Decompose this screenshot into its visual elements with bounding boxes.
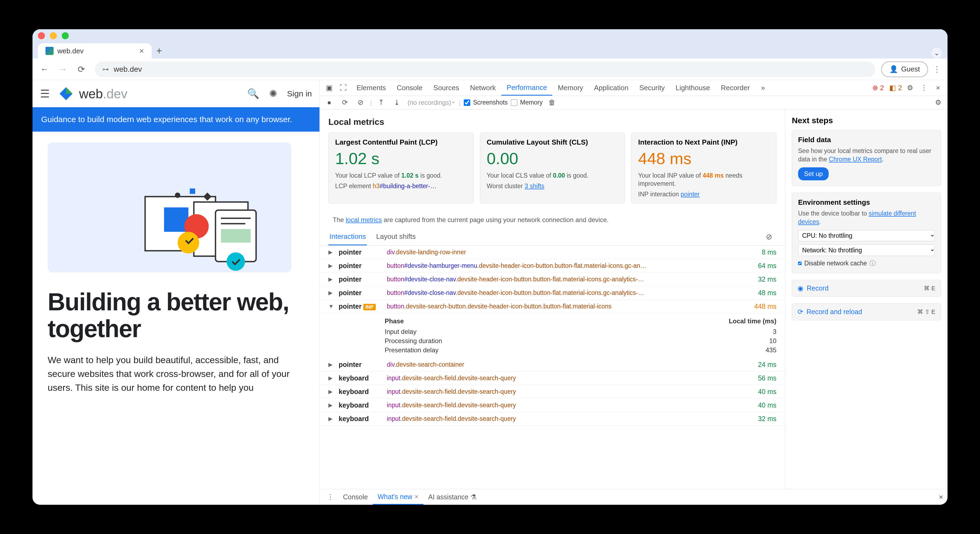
cpu-throttle-select[interactable]: CPU: No throttling xyxy=(798,230,935,241)
devtools-tab-recorder[interactable]: Recorder xyxy=(716,80,755,96)
memory-checkbox[interactable]: Memory xyxy=(511,99,542,106)
devtools-tab-application[interactable]: Application xyxy=(589,80,634,96)
close-drawer-icon[interactable]: × xyxy=(939,493,943,502)
device-toolbar-icon[interactable]: ⛶ xyxy=(337,82,350,94)
settings-icon[interactable]: ⚙ xyxy=(904,82,916,94)
devtools-tab-memory[interactable]: Memory xyxy=(552,80,589,96)
drawer-tab[interactable]: AI assistance⚗ xyxy=(423,489,482,505)
svg-point-9 xyxy=(227,252,245,271)
close-devtools-icon[interactable]: × xyxy=(932,82,944,94)
record-reload-button[interactable]: ⟳Record and reload ⌘ ⇧ E xyxy=(792,303,941,320)
back-button[interactable]: ← xyxy=(36,61,52,77)
new-tab-button[interactable]: + xyxy=(151,43,167,59)
svg-rect-8 xyxy=(221,229,251,242)
next-steps-sidebar: Next steps Field data See how your local… xyxy=(785,109,948,489)
devtools-tab-sources[interactable]: Sources xyxy=(428,80,465,96)
screenshots-checkbox[interactable]: Screenshots xyxy=(464,99,508,106)
search-icon[interactable]: 🔍 xyxy=(247,88,259,99)
drawer-menu-icon[interactable]: ⋮ xyxy=(324,491,337,504)
theme-icon[interactable]: ✺ xyxy=(269,88,277,99)
inp-interaction-link[interactable]: pointer xyxy=(681,191,700,198)
interaction-row[interactable]: ▶keyboardinput.devsite-search-field.devs… xyxy=(320,412,785,426)
reload-button[interactable]: ⟳ xyxy=(73,61,89,77)
perf-settings-icon[interactable]: ⚙ xyxy=(932,96,944,109)
interaction-row[interactable]: ▼pointerINPbutton.devsite-search-button.… xyxy=(320,300,785,313)
interaction-row[interactable]: ▶pointerdiv.devsite-search-container24 m… xyxy=(320,358,785,371)
error-badge[interactable]: ⊗ 2 xyxy=(872,84,884,92)
devtools-tab-elements[interactable]: Elements xyxy=(351,80,391,96)
clear-icon[interactable]: ⊘ xyxy=(354,96,367,109)
devtools-tab-network[interactable]: Network xyxy=(465,80,501,96)
cls-shifts-link[interactable]: 3 shifts xyxy=(525,183,544,190)
minimize-window-icon[interactable] xyxy=(50,32,57,39)
interaction-tab[interactable]: Interactions xyxy=(328,228,367,245)
interaction-tab[interactable]: Layout shifts xyxy=(375,228,417,245)
tab-title: web.dev xyxy=(57,47,84,55)
interactions-list: ▶pointerdiv.devsite-landing-row-inner8 m… xyxy=(320,245,785,489)
record-button[interactable]: ◉Record ⌘ E xyxy=(792,280,941,297)
site-settings-icon[interactable]: ⊶ xyxy=(102,65,109,73)
reload-record-icon[interactable]: ⟳ xyxy=(339,96,351,109)
inp-card: Interaction to Next Paint (INP) 448 ms Y… xyxy=(631,132,776,204)
browser-tab[interactable]: web.dev × xyxy=(38,43,151,59)
sign-in-button[interactable]: Sign in xyxy=(287,89,312,98)
field-data-box: Field data See how your local metrics co… xyxy=(792,130,941,186)
lcp-card: Largest Contentful Paint (LCP) 1.02 s Yo… xyxy=(328,132,474,204)
disable-cache-checkbox[interactable]: Disable network cache ⓘ xyxy=(798,259,935,268)
no-entry-icon[interactable]: ⊘ xyxy=(766,232,772,241)
download-icon[interactable]: ⤓ xyxy=(391,96,403,109)
crux-link[interactable]: Chrome UX Report xyxy=(829,156,882,163)
warning-badge[interactable]: ◧ 2 xyxy=(889,84,902,92)
devtools-drawer: ⋮ ConsoleWhat's new×AI assistance⚗ × xyxy=(320,489,948,505)
address-bar: ← → ⟳ ⊶ web.dev 👤 Guest ⋮ xyxy=(32,59,948,80)
record-dot-icon: ◉ xyxy=(797,284,803,292)
gc-icon[interactable]: 🗑 xyxy=(546,96,558,109)
interaction-row[interactable]: ▶pointerbutton#devsite-close-nav.devsite… xyxy=(320,273,785,286)
page-banner: Guidance to build modern web experiences… xyxy=(32,107,320,132)
drawer-tab[interactable]: What's new× xyxy=(373,489,423,505)
devtools-tabs: ▣ ⛶ ElementsConsoleSourcesNetworkPerform… xyxy=(320,80,948,96)
svg-rect-11 xyxy=(190,188,195,194)
interaction-tabs: InteractionsLayout shifts ⊘ xyxy=(320,228,785,245)
more-tabs-icon[interactable]: » xyxy=(757,82,769,94)
close-tab-icon[interactable]: × xyxy=(139,46,144,56)
next-steps-title: Next steps xyxy=(792,116,941,125)
drawer-tab[interactable]: Console xyxy=(338,489,373,505)
hamburger-icon[interactable]: ☰ xyxy=(40,88,50,100)
logo-icon xyxy=(57,85,75,102)
setup-button[interactable]: Set up xyxy=(798,167,829,180)
profile-button[interactable]: 👤 Guest xyxy=(881,62,928,77)
interaction-row[interactable]: ▶keyboardinput.devsite-search-field.devs… xyxy=(320,371,785,385)
devtools-tab-performance[interactable]: Performance xyxy=(501,80,552,96)
maximize-window-icon[interactable] xyxy=(62,32,69,39)
browser-menu-button[interactable]: ⋮ xyxy=(930,65,944,74)
tabs-dropdown-icon[interactable]: ⌄ xyxy=(931,48,942,59)
guest-label: Guest xyxy=(901,65,920,73)
network-throttle-select[interactable]: Network: No throttling xyxy=(798,244,935,256)
interaction-row[interactable]: ▶keyboardinput.devsite-search-field.devs… xyxy=(320,399,785,412)
page-header: ☰ web.dev 🔍 ✺ Sign in xyxy=(32,80,320,107)
upload-icon[interactable]: ⤒ xyxy=(375,96,387,109)
devtools-panel: ▣ ⛶ ElementsConsoleSourcesNetworkPerform… xyxy=(320,80,948,505)
interaction-row[interactable]: ▶pointerdiv.devsite-landing-row-inner8 m… xyxy=(320,245,785,259)
devtools-tab-console[interactable]: Console xyxy=(391,80,428,96)
browser-tabs-row: web.dev × + ⌄ xyxy=(32,42,948,59)
url-input[interactable]: ⊶ web.dev xyxy=(95,62,875,77)
interaction-row[interactable]: ▶pointerbutton#devsite-hamburger-menu.de… xyxy=(320,259,785,273)
inspect-icon[interactable]: ▣ xyxy=(323,82,336,94)
interaction-row[interactable]: ▶pointerbutton#devsite-close-nav.devsite… xyxy=(320,286,785,300)
page-body: We want to help you build beautiful, acc… xyxy=(48,353,304,395)
window-titlebar xyxy=(32,29,948,42)
recordings-select[interactable]: (no recordings) xyxy=(406,99,456,107)
guest-icon: 👤 xyxy=(889,65,898,73)
more-icon[interactable]: ⋮ xyxy=(918,82,930,94)
env-settings-box: Environment settings Use the device tool… xyxy=(792,193,941,273)
interaction-row[interactable]: ▶keyboardinput.devsite-search-field.devs… xyxy=(320,385,785,399)
devtools-tab-security[interactable]: Security xyxy=(634,80,670,96)
devtools-tab-lighthouse[interactable]: Lighthouse xyxy=(670,80,715,96)
forward-button[interactable]: → xyxy=(55,61,71,77)
help-icon[interactable]: ⓘ xyxy=(870,259,876,268)
record-icon[interactable]: ● xyxy=(323,96,336,109)
site-logo[interactable]: web.dev xyxy=(57,85,127,102)
close-window-icon[interactable] xyxy=(38,32,45,39)
